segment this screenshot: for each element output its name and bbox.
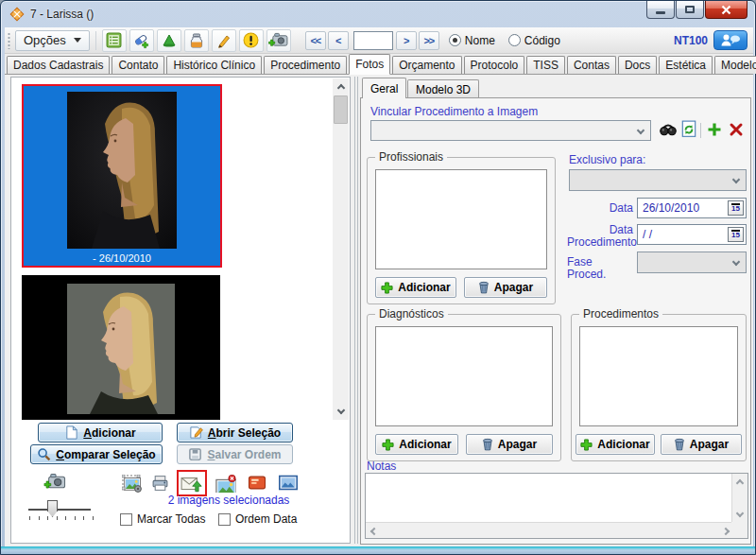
tab-orcamento[interactable]: Orçamento <box>392 56 461 74</box>
selection-status: 2 imagens selecionadas <box>134 494 323 507</box>
data-input[interactable] <box>638 201 727 215</box>
add-image-icon <box>43 473 66 491</box>
photo-list-scrollbar[interactable] <box>333 78 349 420</box>
tab-dados-cadastrais[interactable]: Dados Cadastrais <box>7 56 110 74</box>
tab-modelos[interactable]: Modelos <box>714 56 756 74</box>
cone-button[interactable] <box>157 29 181 52</box>
tab-contas[interactable]: Contas <box>567 56 616 74</box>
radio-codigo[interactable] <box>508 34 521 46</box>
profissionais-apagar-button[interactable]: Apagar <box>464 277 547 298</box>
options-label: Opções <box>24 33 66 47</box>
notas-horizontal-scrollbar[interactable] <box>366 522 733 538</box>
photo-thumbnail[interactable] <box>22 275 220 420</box>
email-send-icon[interactable] <box>180 474 203 493</box>
nav-last-button[interactable]: >> <box>419 31 439 50</box>
diagnosticos-listbox[interactable] <box>375 326 553 426</box>
radio-nome[interactable] <box>449 34 461 46</box>
photo-thumbnail-selected[interactable]: - 26/10/2010 <box>22 84 222 268</box>
tab-estetica[interactable]: Estética <box>659 56 713 74</box>
tab-tiss[interactable]: TISS <box>526 56 565 74</box>
zoom-slider-track[interactable] <box>28 509 91 511</box>
procedimentos-adicionar-button[interactable]: Adicionar <box>576 434 655 455</box>
exclusivo-para-combobox[interactable] <box>569 169 747 191</box>
profissionais-adicionar-button[interactable]: Adicionar <box>375 277 456 298</box>
record-number-input[interactable] <box>353 31 393 50</box>
ordem-data-checkbox[interactable] <box>218 513 231 526</box>
scroll-down-button[interactable] <box>731 507 747 523</box>
data-calendar-button[interactable]: 15 <box>728 200 744 216</box>
search-button[interactable] <box>660 121 677 141</box>
calendar-day: 15 <box>731 232 740 239</box>
tab-fotos[interactable]: Fotos <box>349 54 390 75</box>
scrollbar-thumb[interactable] <box>334 95 348 124</box>
tab-protocolo[interactable]: Protocolo <box>464 56 525 74</box>
contacts-chat-button[interactable] <box>713 30 747 50</box>
options-dropdown[interactable]: Opções <box>15 30 90 51</box>
image-delete-button[interactable] <box>215 475 236 495</box>
scroll-up-button[interactable] <box>731 474 747 490</box>
slideshow-button[interactable] <box>248 475 266 494</box>
marcar-todas-checkbox[interactable] <box>120 513 132 526</box>
checklist-button[interactable] <box>102 29 127 52</box>
scroll-up-button[interactable] <box>333 78 349 95</box>
image-export-button[interactable] <box>279 475 298 494</box>
data-procedimento-field[interactable]: 15 <box>637 224 747 245</box>
notas-textarea[interactable] <box>365 473 748 539</box>
minimize-button[interactable] <box>646 1 675 19</box>
diagnosticos-apagar-button[interactable]: Apagar <box>466 434 553 455</box>
nav-first-button[interactable]: << <box>305 31 326 50</box>
abrir-selecao-button[interactable]: Abrir Seleção <box>177 423 293 442</box>
toolbar-grip[interactable] <box>8 32 10 49</box>
nav-prev-label: < <box>335 35 340 46</box>
data-procedimento-input[interactable] <box>638 228 727 241</box>
remove-link-button[interactable] <box>729 122 744 140</box>
nav-last-label: >> <box>423 35 434 46</box>
procedimentos-apagar-button[interactable]: Apagar <box>661 434 742 455</box>
add-link-button[interactable] <box>707 122 722 140</box>
chevron-up-icon <box>336 84 344 92</box>
comparar-selecao-button[interactable]: Comparar Seleção <box>30 444 163 464</box>
close-button[interactable] <box>705 1 747 19</box>
jar-button[interactable] <box>184 29 209 52</box>
subtab-geral-label: Geral <box>370 82 398 95</box>
scroll-left-button[interactable] <box>366 523 382 539</box>
window-title: 7 - Larissa () <box>30 8 94 21</box>
tab-label: Fotos <box>355 58 384 71</box>
image-delete-icon <box>215 475 236 493</box>
subtab-modelo-3d[interactable]: Modelo 3D <box>407 79 479 98</box>
tab-historico-clinico[interactable]: Histórico Clínico <box>166 56 262 74</box>
chevron-down-icon <box>336 407 344 414</box>
alert-button[interactable] <box>239 29 264 52</box>
tab-procedimento[interactable]: Procedimento <box>264 56 347 74</box>
procedimentos-listbox[interactable] <box>579 326 738 426</box>
print-button[interactable] <box>151 475 169 494</box>
diagnosticos-adicionar-button[interactable]: Adicionar <box>375 434 458 455</box>
title-bar[interactable]: 7 - Larissa () <box>1 1 755 27</box>
maximize-button[interactable] <box>676 1 704 19</box>
data-field[interactable]: 15 <box>637 198 747 218</box>
tab-docs[interactable]: Docs <box>618 56 657 74</box>
profissionais-listbox[interactable] <box>375 169 547 269</box>
nav-prev-button[interactable]: < <box>328 31 349 50</box>
notas-vertical-scrollbar[interactable] <box>731 474 747 523</box>
nav-next-button[interactable]: > <box>396 31 417 50</box>
vincular-procedimento-combobox[interactable] <box>370 120 651 141</box>
adicionar-foto-button[interactable]: Adicionar <box>38 423 163 442</box>
fase-proced-combobox[interactable] <box>637 251 747 273</box>
zoom-slider-thumb[interactable] <box>47 500 58 517</box>
add-image-button[interactable] <box>43 473 66 494</box>
scroll-down-button[interactable] <box>333 404 349 420</box>
medications-button[interactable] <box>129 29 154 52</box>
photo-list[interactable]: - 26/10/2010 <box>12 78 333 420</box>
data-procedimento-calendar-button[interactable]: 15 <box>728 227 744 242</box>
subtab-geral[interactable]: Geral <box>362 78 406 98</box>
image-edit-button[interactable] <box>122 475 143 495</box>
panel-splitter[interactable] <box>352 77 360 544</box>
data-procedimento-label: Data Procedimento <box>567 224 633 249</box>
chevron-down-icon <box>74 38 81 43</box>
radio-codigo-label: Código <box>524 34 560 47</box>
capture-add-button[interactable] <box>266 29 291 52</box>
edit-button[interactable] <box>212 29 236 52</box>
refresh-button[interactable] <box>680 120 697 141</box>
tab-contato[interactable]: Contato <box>112 56 164 74</box>
